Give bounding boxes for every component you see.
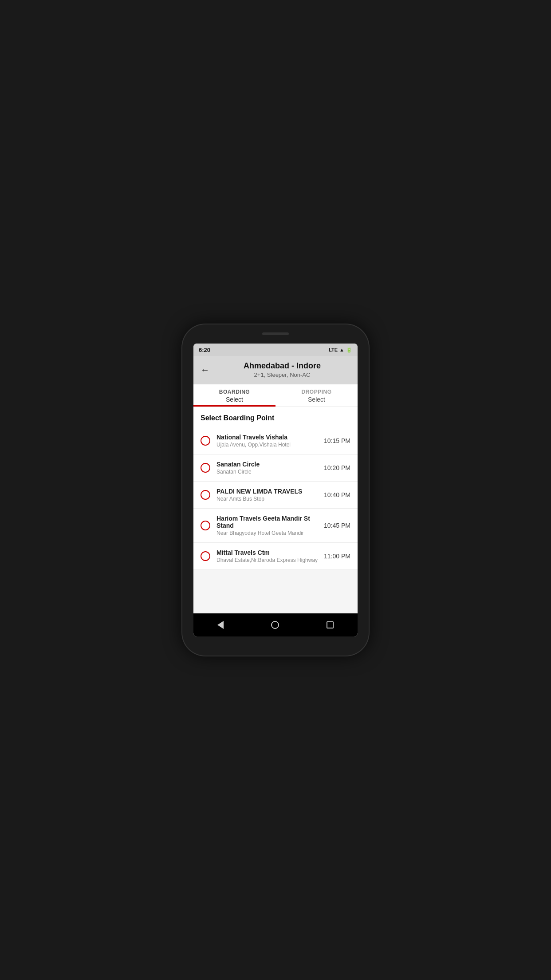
signal-icon: ▲ xyxy=(339,347,344,352)
dropping-tab-label: DROPPING xyxy=(276,389,358,395)
nav-back-button[interactable] xyxy=(217,621,224,629)
status-icons: LTE ▲ 🔋 xyxy=(329,347,352,353)
lte-icon: LTE xyxy=(329,347,338,352)
boarding-tab-value: Select xyxy=(193,396,276,403)
app-header: ← Ahmedabad - Indore 2+1, Sleeper, Non-A… xyxy=(193,356,358,384)
route-title: Ahmedabad - Indore xyxy=(214,361,350,371)
recent-square-icon xyxy=(327,621,334,628)
phone-device: 6:20 LTE ▲ 🔋 ← Ahmedabad - Indore 2+1, S… xyxy=(182,324,369,656)
point-info-3: PALDI NEW LIMDA TRAVELS Near Amts Bus St… xyxy=(216,488,324,502)
section-title: Select Boarding Point xyxy=(193,407,358,427)
boarding-point-item[interactable]: Hariom Travels Geeta Mandir St Stand Nea… xyxy=(193,509,358,543)
content-area: Select Boarding Point National Travels V… xyxy=(193,407,358,613)
radio-button-5[interactable] xyxy=(201,551,210,561)
status-time: 6:20 xyxy=(199,347,210,353)
tab-dropping[interactable]: DROPPING Select xyxy=(276,384,358,407)
bus-type-subtitle: 2+1, Sleeper, Non-AC xyxy=(214,371,350,378)
tab-boarding[interactable]: BOARDING Select xyxy=(193,384,276,407)
point-address-4: Near Bhagyoday Hotel Geeta Mandir xyxy=(216,530,324,536)
point-name-4: Hariom Travels Geeta Mandir St Stand xyxy=(216,515,324,529)
point-time-2: 10:20 PM xyxy=(324,464,350,471)
dropping-tab-value: Select xyxy=(276,396,358,403)
point-address-5: Dhaval Estate,Nr.Baroda Express Highway xyxy=(216,557,324,563)
tabs-container: BOARDING Select DROPPING Select xyxy=(193,384,358,407)
nav-recent-button[interactable] xyxy=(327,621,334,628)
radio-button-4[interactable] xyxy=(201,521,210,530)
back-button[interactable]: ← xyxy=(201,365,209,375)
point-info-4: Hariom Travels Geeta Mandir St Stand Nea… xyxy=(216,515,324,536)
point-name-3: PALDI NEW LIMDA TRAVELS xyxy=(216,488,324,495)
bottom-navigation xyxy=(193,613,358,636)
radio-button-1[interactable] xyxy=(201,436,210,446)
header-titles: Ahmedabad - Indore 2+1, Sleeper, Non-AC xyxy=(214,361,350,378)
battery-icon: 🔋 xyxy=(346,347,352,353)
boarding-point-item[interactable]: Sanatan Circle Sanatan Circle 10:20 PM xyxy=(193,454,358,482)
nav-home-button[interactable] xyxy=(271,621,279,629)
point-info-2: Sanatan Circle Sanatan Circle xyxy=(216,461,324,475)
point-name-2: Sanatan Circle xyxy=(216,461,324,468)
status-bar: 6:20 LTE ▲ 🔋 xyxy=(193,344,358,356)
boarding-points-list: National Travels Vishala Ujala Avenu, Op… xyxy=(193,427,358,570)
point-info-1: National Travels Vishala Ujala Avenu, Op… xyxy=(216,434,324,448)
boarding-point-item[interactable]: Mittal Travels Ctm Dhaval Estate,Nr.Baro… xyxy=(193,543,358,570)
radio-button-2[interactable] xyxy=(201,463,210,473)
point-name-1: National Travels Vishala xyxy=(216,434,324,441)
point-info-5: Mittal Travels Ctm Dhaval Estate,Nr.Baro… xyxy=(216,549,324,563)
point-time-4: 10:45 PM xyxy=(324,522,350,529)
point-name-5: Mittal Travels Ctm xyxy=(216,549,324,556)
home-circle-icon xyxy=(271,621,279,629)
point-time-1: 10:15 PM xyxy=(324,437,350,444)
radio-button-3[interactable] xyxy=(201,490,210,500)
boarding-point-item[interactable]: National Travels Vishala Ujala Avenu, Op… xyxy=(193,427,358,454)
point-time-3: 10:40 PM xyxy=(324,491,350,498)
boarding-tab-label: BOARDING xyxy=(193,389,276,395)
point-time-5: 11:00 PM xyxy=(324,553,350,560)
point-address-3: Near Amts Bus Stop xyxy=(216,496,324,502)
point-address-1: Ujala Avenu, Opp.Vishala Hotel xyxy=(216,442,324,448)
phone-screen: 6:20 LTE ▲ 🔋 ← Ahmedabad - Indore 2+1, S… xyxy=(193,344,358,636)
boarding-point-item[interactable]: PALDI NEW LIMDA TRAVELS Near Amts Bus St… xyxy=(193,482,358,509)
point-address-2: Sanatan Circle xyxy=(216,469,324,475)
back-triangle-icon xyxy=(217,621,224,629)
